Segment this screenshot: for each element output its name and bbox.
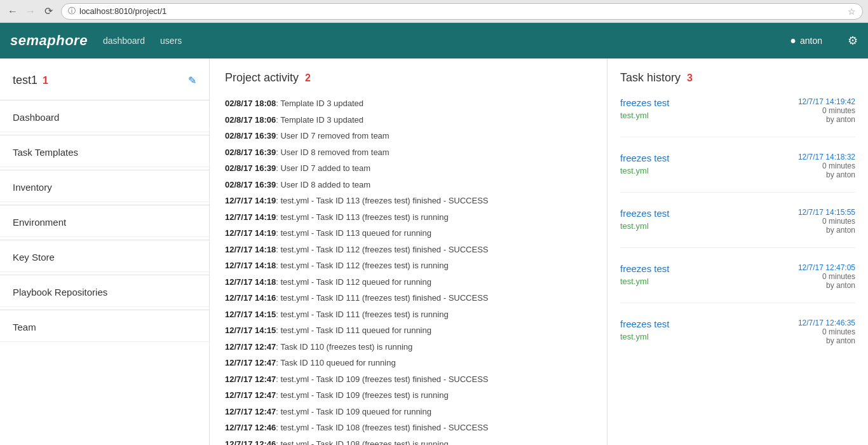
sidebar-item-label: Task Templates — [13, 147, 78, 158]
activity-timestamp: 12/7/17 12:46 — [225, 423, 276, 432]
activity-list: 02/8/17 18:08: Template ID 3 updated02/8… — [225, 97, 592, 445]
activity-entry: 12/7/17 12:47: test.yml - Task ID 109 qu… — [225, 406, 592, 418]
activity-timestamp: 12/7/17 12:47 — [225, 407, 276, 416]
activity-timestamp: 12/7/17 14:18 — [225, 261, 276, 270]
activity-timestamp: 12/7/17 14:16 — [225, 293, 276, 303]
sidebar: test1 1 ✎ Dashboard Task Templates Inven… — [0, 58, 210, 445]
task-card-left: freezes test test.yml — [620, 263, 670, 287]
sidebar-divider-5 — [0, 275, 209, 275]
task-name[interactable]: freezes test — [620, 208, 670, 219]
activity-entry: 12/7/17 14:19: test.yml - Task ID 113 (f… — [225, 211, 592, 224]
task-user: by anton — [798, 281, 855, 290]
task-card: freezes test test.yml 12/7/17 14:15:55 0… — [620, 208, 855, 248]
task-card-right: 12/7/17 14:18:32 0 minutes by anton — [798, 153, 855, 179]
reload-button[interactable]: ⟳ — [41, 4, 56, 19]
edit-project-icon[interactable]: ✎ — [188, 74, 196, 86]
activity-title-text: Project activity — [225, 71, 299, 85]
sidebar-item-playbook-repositories[interactable]: Playbook Repositories — [0, 278, 209, 307]
task-time: 12/7/17 14:19:42 — [798, 97, 855, 106]
activity-timestamp: 02/8/17 16:39 — [225, 147, 276, 157]
task-card-right: 12/7/17 12:46:35 0 minutes by anton — [798, 318, 855, 345]
activity-timestamp: 12/7/17 12:47 — [225, 374, 276, 384]
sidebar-divider-6 — [0, 310, 209, 310]
project-badge: 1 — [43, 75, 48, 86]
activity-timestamp: 12/7/17 14:15 — [225, 325, 276, 335]
task-card-inner: freezes test test.yml 12/7/17 14:15:55 0… — [620, 208, 855, 235]
sidebar-project-header: test1 1 ✎ — [0, 69, 209, 97]
activity-timestamp: 02/8/17 18:08 — [225, 99, 276, 108]
project-name-text: test1 — [13, 74, 37, 87]
app-container: test1 1 ✎ Dashboard Task Templates Inven… — [0, 58, 868, 445]
task-card-inner: freezes test test.yml 12/7/17 12:47:05 0… — [620, 263, 855, 290]
sidebar-item-key-store[interactable]: Key Store — [0, 243, 209, 272]
activity-entry: 02/8/17 16:39: User ID 7 added to team — [225, 162, 592, 175]
activity-panel: Project activity 2 02/8/17 18:08: Templa… — [210, 58, 607, 445]
task-duration: 0 minutes — [798, 217, 855, 226]
sidebar-item-environment[interactable]: Environment — [0, 208, 209, 237]
sidebar-item-label: Team — [13, 322, 36, 332]
activity-entry: 12/7/17 12:47: Task ID 110 (freezes test… — [225, 341, 592, 353]
secure-icon: ⓘ — [68, 6, 76, 17]
task-card-right: 12/7/17 14:19:42 0 minutes by anton — [798, 97, 855, 124]
task-file: test.yml — [620, 166, 670, 175]
task-file: test.yml — [620, 111, 670, 120]
task-duration: 0 minutes — [798, 327, 855, 336]
task-file: test.yml — [620, 332, 670, 341]
task-card-left: freezes test test.yml — [620, 97, 670, 121]
activity-entry: 02/8/17 16:39: User ID 7 removed from te… — [225, 130, 592, 142]
activity-entry: 12/7/17 14:18: test.yml - Task ID 112 qu… — [225, 276, 592, 289]
activity-timestamp: 12/7/17 14:19 — [225, 212, 276, 222]
task-card-right: 12/7/17 12:47:05 0 minutes by anton — [798, 263, 855, 290]
task-file: test.yml — [620, 277, 670, 286]
task-time: 12/7/17 12:46:35 — [798, 318, 855, 327]
activity-entry: 12/7/17 14:16: test.yml - Task ID 111 (f… — [225, 292, 592, 305]
settings-icon[interactable]: ⚙ — [848, 34, 858, 48]
task-card: freezes test test.yml 12/7/17 12:47:05 0… — [620, 263, 855, 303]
sidebar-item-inventory[interactable]: Inventory — [0, 173, 209, 202]
nav-user: ● anton — [790, 35, 822, 46]
sidebar-item-label: Playbook Repositories — [13, 287, 107, 298]
task-name[interactable]: freezes test — [620, 263, 670, 274]
nav-users[interactable]: users — [160, 36, 182, 46]
task-history-badge: 3 — [687, 72, 693, 84]
sidebar-item-label: Key Store — [13, 252, 55, 263]
back-button[interactable]: ← — [5, 4, 20, 19]
sidebar-divider-4 — [0, 240, 209, 240]
activity-timestamp: 12/7/17 12:47 — [225, 342, 276, 352]
activity-entry: 12/7/17 14:15: test.yml - Task ID 111 (f… — [225, 308, 592, 321]
task-card-inner: freezes test test.yml 12/7/17 12:46:35 0… — [620, 318, 855, 345]
task-time: 12/7/17 14:18:32 — [798, 153, 855, 161]
task-name[interactable]: freezes test — [620, 153, 670, 163]
task-name[interactable]: freezes test — [620, 97, 670, 108]
task-duration: 0 minutes — [798, 106, 855, 115]
activity-timestamp: 02/8/17 16:39 — [225, 131, 276, 140]
activity-timestamp: 12/7/17 12:47 — [225, 390, 276, 400]
activity-timestamp: 12/7/17 14:15 — [225, 310, 276, 319]
activity-entry: 12/7/17 14:19: test.yml - Task ID 113 qu… — [225, 227, 592, 240]
url-text: localhost:8010/project/1 — [79, 6, 844, 16]
activity-timestamp: 12/7/17 14:19 — [225, 228, 276, 238]
activity-entry: 02/8/17 18:06: Template ID 3 updated — [225, 114, 592, 127]
brand-logo: semaphore — [10, 32, 88, 49]
bookmark-icon[interactable]: ☆ — [848, 6, 856, 17]
forward-button[interactable]: → — [23, 4, 38, 19]
sidebar-item-team[interactable]: Team — [0, 313, 209, 342]
browser-bar: ← → ⟳ ⓘ localhost:8010/project/1 ☆ — [0, 0, 868, 23]
nav-dashboard[interactable]: dashboard — [103, 36, 145, 46]
task-history-panel: Task history 3 freezes test test.yml 12/… — [607, 58, 868, 445]
activity-entry: 02/8/17 18:08: Template ID 3 updated — [225, 97, 592, 110]
activity-timestamp: 12/7/17 14:18 — [225, 277, 276, 287]
sidebar-divider-top — [0, 100, 209, 100]
activity-entry: 12/7/17 14:15: test.yml - Task ID 111 qu… — [225, 324, 592, 337]
task-card: freezes test test.yml 12/7/17 12:46:35 0… — [620, 318, 855, 358]
task-card-left: freezes test test.yml — [620, 318, 670, 343]
sidebar-item-task-templates[interactable]: Task Templates — [0, 138, 209, 167]
activity-timestamp: 02/8/17 18:06 — [225, 115, 276, 125]
sidebar-item-dashboard[interactable]: Dashboard — [0, 103, 209, 132]
task-name[interactable]: freezes test — [620, 318, 670, 329]
task-card-left: freezes test test.yml — [620, 153, 670, 177]
address-bar[interactable]: ⓘ localhost:8010/project/1 ☆ — [61, 3, 863, 20]
sidebar-divider-1 — [0, 135, 209, 135]
content-area: Project activity 2 02/8/17 18:08: Templa… — [210, 58, 868, 445]
project-name: test1 1 — [13, 74, 48, 87]
